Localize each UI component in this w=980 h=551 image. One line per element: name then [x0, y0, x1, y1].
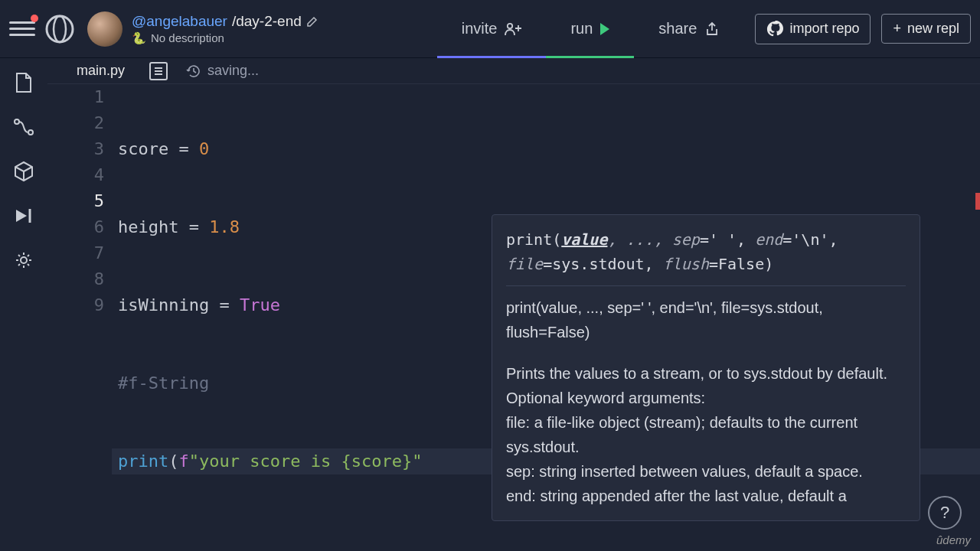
line-gutter: 1 2 3 4 5 6 7 8 9 [47, 84, 118, 551]
header: @angelabauer/day-2-end 🐍 No description … [0, 0, 980, 58]
description: No description [151, 31, 224, 44]
version-control-icon[interactable] [13, 116, 34, 138]
share-button[interactable]: share [634, 0, 744, 58]
run-button[interactable]: run [546, 0, 634, 58]
edit-icon[interactable] [306, 15, 318, 28]
project-title-block: @angelabauer/day-2-end 🐍 No description [132, 13, 318, 45]
svg-point-2 [15, 119, 19, 124]
project-name: day-2-end [236, 13, 302, 29]
help-button[interactable]: ? [928, 496, 962, 530]
packages-icon[interactable] [13, 161, 34, 182]
svg-point-0 [47, 16, 73, 42]
github-icon [766, 21, 783, 37]
signature-tooltip: print(value, ..., sep=' ', end='\n', fil… [492, 214, 920, 521]
share-icon [704, 21, 720, 37]
error-marker[interactable] [975, 193, 980, 210]
doc-body: Prints the values to a stream, or to sys… [506, 361, 906, 508]
history-icon [186, 64, 201, 79]
notification-dot [31, 15, 38, 22]
tab-bar: main.py saving... [47, 58, 980, 84]
plus-icon: + [893, 21, 901, 37]
files-icon[interactable] [13, 72, 34, 93]
doc-sig: print(value, ..., sep=' ', end='\n', fil… [506, 295, 906, 344]
avatar[interactable] [87, 11, 122, 47]
svg-point-6 [21, 257, 27, 263]
svg-marker-4 [16, 210, 27, 222]
replit-logo[interactable] [43, 12, 77, 46]
settings-icon[interactable] [13, 249, 34, 271]
code-editor[interactable]: 1 2 3 4 5 6 7 8 9 score = 0 height = 1.8… [47, 84, 980, 551]
signature-line: print(value, ..., sep=' ', end='\n', fil… [506, 227, 906, 276]
udemy-watermark: ûdemy [936, 533, 971, 546]
svg-point-1 [508, 23, 512, 28]
import-repo-button[interactable]: import repo [755, 14, 871, 44]
invite-button[interactable]: invite [437, 0, 547, 58]
saving-status: saving... [186, 63, 259, 79]
play-icon [600, 23, 609, 35]
invite-icon [505, 22, 521, 36]
menu-button[interactable] [9, 16, 35, 42]
user-link[interactable]: @angelabauer [132, 13, 227, 30]
svg-point-3 [28, 130, 33, 135]
layout-icon[interactable] [149, 62, 168, 80]
tab-main-py[interactable]: main.py [70, 58, 131, 83]
debugger-icon[interactable] [13, 205, 34, 227]
sidebar [0, 58, 47, 551]
new-repl-button[interactable]: + new repl [881, 14, 971, 44]
python-icon: 🐍 [132, 31, 146, 45]
